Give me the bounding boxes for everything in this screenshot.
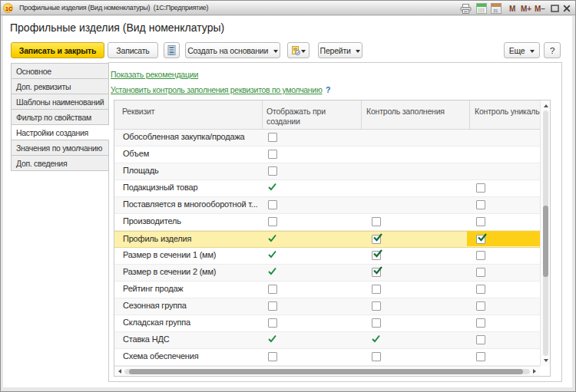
- svg-text:31: 31: [493, 8, 498, 13]
